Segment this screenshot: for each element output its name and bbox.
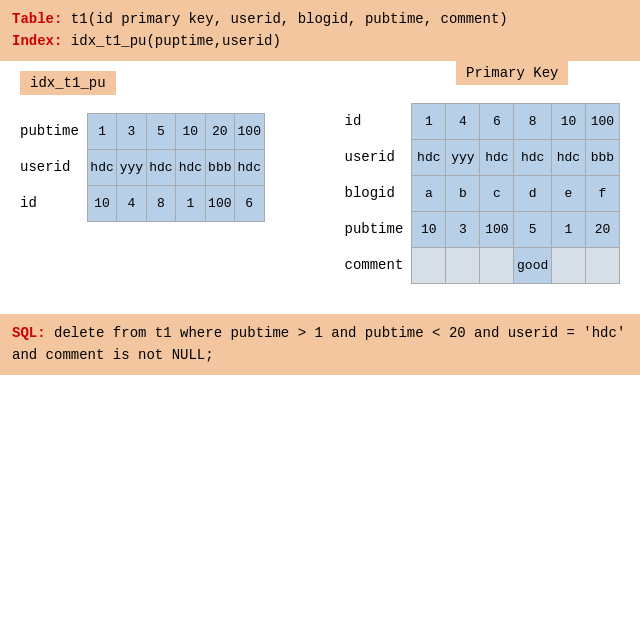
- sql-text: delete from t1 where pubtime > 1 and pub…: [12, 325, 625, 363]
- pk-table-cell: [446, 247, 480, 283]
- pk-table-cell: 5: [514, 211, 552, 247]
- pk-table-cell: f: [585, 175, 619, 211]
- left-table-cell: 10: [176, 113, 205, 149]
- left-table-cell: 6: [235, 185, 265, 221]
- pk-table-cell: 3: [446, 211, 480, 247]
- left-table-cell: 100: [235, 113, 265, 149]
- left-block: idx_t1_pu pubtime userid id 1351020100hd…: [20, 71, 265, 222]
- pk-row-label-comment: comment: [345, 247, 412, 283]
- left-table-cell: hdc: [87, 149, 116, 185]
- pk-table-row: 146810100: [412, 103, 620, 139]
- left-table-cell: hdc: [176, 149, 205, 185]
- pk-table-cell: good: [514, 247, 552, 283]
- table-def: t1(id primary key, userid, blogid, pubti…: [71, 11, 508, 27]
- right-block: Primary Key id userid blogid pubtime com…: [345, 61, 621, 284]
- pk-table-cell: [551, 247, 585, 283]
- left-table-row: 1351020100: [87, 113, 264, 149]
- pk-row-label-userid: userid: [345, 139, 412, 175]
- pk-table-cell: 8: [514, 103, 552, 139]
- left-table-cell: hdc: [235, 149, 265, 185]
- main-container: Table: t1(id primary key, userid, blogid…: [0, 0, 640, 375]
- pk-table-cell: [480, 247, 514, 283]
- pk-row-label-blogid: blogid: [345, 175, 412, 211]
- left-table-row: hdcyyyhdchdcbbbhdc: [87, 149, 264, 185]
- pk-table-cell: [585, 247, 619, 283]
- pk-table-row: hdcyyyhdchdchdcbbb: [412, 139, 620, 175]
- left-table-cell: yyy: [117, 149, 146, 185]
- left-table-row: 104811006: [87, 185, 264, 221]
- left-data-table: 1351020100hdcyyyhdchdcbbbhdc104811006: [87, 113, 265, 222]
- left-table-cell: 3: [117, 113, 146, 149]
- left-table-cell: hdc: [146, 149, 175, 185]
- pk-data-table: 146810100hdcyyyhdchdchdcbbbabcdef1031005…: [411, 103, 620, 284]
- pk-row-labels: id userid blogid pubtime comment: [345, 103, 412, 283]
- table-label: Table:: [12, 11, 62, 27]
- left-row-labels: pubtime userid id: [20, 113, 87, 221]
- pk-table-cell: bbb: [585, 139, 619, 175]
- left-row-label-userid: userid: [20, 149, 87, 185]
- left-table-cell: bbb: [205, 149, 234, 185]
- pk-table-cell: 100: [480, 211, 514, 247]
- pk-table-cell: 10: [551, 103, 585, 139]
- sql-box: SQL: delete from t1 where pubtime > 1 an…: [0, 314, 640, 375]
- pk-table-cell: 1: [412, 103, 446, 139]
- pk-table-cell: a: [412, 175, 446, 211]
- left-table-cell: 100: [205, 185, 234, 221]
- pk-table-cell: c: [480, 175, 514, 211]
- pk-tag-label: Primary Key: [456, 61, 568, 85]
- pk-table-cell: 1: [551, 211, 585, 247]
- pk-table-cell: 100: [585, 103, 619, 139]
- pk-table-row: good: [412, 247, 620, 283]
- pk-table-cell: [412, 247, 446, 283]
- pk-table-cell: 4: [446, 103, 480, 139]
- pk-row-label-id: id: [345, 103, 412, 139]
- index-def: idx_t1_pu(puptime,userid): [71, 33, 281, 49]
- pk-table-cell: b: [446, 175, 480, 211]
- left-table-cell: 1: [87, 113, 116, 149]
- sql-label: SQL:: [12, 325, 46, 341]
- left-table-cell: 1: [176, 185, 205, 221]
- pk-table-cell: e: [551, 175, 585, 211]
- index-label: Index:: [12, 33, 62, 49]
- index-tag-label: idx_t1_pu: [20, 71, 116, 95]
- header-box: Table: t1(id primary key, userid, blogid…: [0, 0, 640, 61]
- pk-table-row: abcdef: [412, 175, 620, 211]
- pk-table-cell: hdc: [514, 139, 552, 175]
- pk-table-cell: 6: [480, 103, 514, 139]
- pk-table-cell: hdc: [480, 139, 514, 175]
- pk-table-cell: d: [514, 175, 552, 211]
- left-table-cell: 5: [146, 113, 175, 149]
- left-table-cell: 10: [87, 185, 116, 221]
- pk-row-label-pubtime: pubtime: [345, 211, 412, 247]
- left-table-cell: 8: [146, 185, 175, 221]
- left-row-label-pubtime: pubtime: [20, 113, 87, 149]
- pk-table-row: 1031005120: [412, 211, 620, 247]
- pk-table-cell: 10: [412, 211, 446, 247]
- pk-table-cell: yyy: [446, 139, 480, 175]
- left-table-cell: 20: [205, 113, 234, 149]
- pk-table-cell: hdc: [412, 139, 446, 175]
- left-table-cell: 4: [117, 185, 146, 221]
- pk-table-cell: 20: [585, 211, 619, 247]
- left-row-label-id: id: [20, 185, 87, 221]
- pk-table-cell: hdc: [551, 139, 585, 175]
